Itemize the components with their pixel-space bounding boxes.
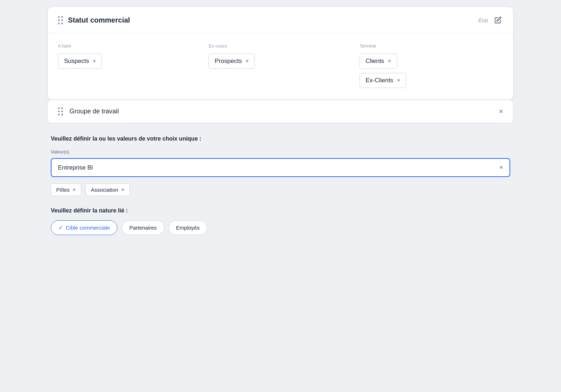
- encours-tag-list: Prospects ×: [209, 54, 352, 69]
- groupe-left: Groupe de travail: [58, 107, 119, 116]
- tag-suspects: Suspects ×: [58, 54, 102, 69]
- tag-association-close[interactable]: ×: [121, 187, 125, 193]
- tag-poles: Pôles ×: [51, 183, 81, 196]
- tag-clients-close[interactable]: ×: [388, 58, 391, 64]
- termine-tag-list: Clients × Ex-Clients ×: [360, 54, 503, 88]
- etat-label: État: [478, 17, 488, 23]
- statut-header-left: Statut commercial: [58, 16, 130, 24]
- valeurs-label: Valeur(s): [51, 149, 510, 155]
- bottom-section: Veuillez définir la ou les valeurs de vo…: [48, 123, 513, 235]
- tag-clients-text: Clients: [366, 58, 384, 65]
- edit-icon: [494, 16, 502, 24]
- tag-suspects-text: Suspects: [64, 58, 89, 65]
- termine-label: Terminé: [360, 43, 503, 49]
- nature-btn-cible-text: Cible commerciale: [66, 225, 110, 231]
- encours-label: En cours: [209, 43, 352, 49]
- groupe-drag-handle[interactable]: [58, 107, 63, 116]
- groupe-inner: Groupe de travail ×: [48, 100, 513, 123]
- tag-suspects-close[interactable]: ×: [93, 58, 96, 64]
- check-icon: ✓: [58, 224, 63, 231]
- status-columns: A faire Suspects × En cours Prospects ×: [48, 33, 513, 99]
- tag-exclients-close[interactable]: ×: [397, 78, 400, 83]
- tag-prospects: Prospects ×: [209, 54, 255, 69]
- tag-poles-text: Pôles: [56, 187, 70, 193]
- tag-prospects-text: Prospects: [215, 58, 242, 65]
- nature-btn-partenaires[interactable]: Partenaires: [122, 220, 164, 235]
- groupe-de-travail-row: Groupe de travail ×: [48, 100, 513, 123]
- status-column-encours: En cours Prospects ×: [209, 43, 352, 88]
- tag-exclients-text: Ex-Clients: [366, 77, 393, 84]
- status-column-termine: Terminé Clients × Ex-Clients ×: [360, 43, 503, 88]
- tag-clients: Clients ×: [360, 54, 397, 69]
- valeurs-tag-row: Pôles × Association ×: [51, 183, 510, 196]
- edit-button[interactable]: [493, 15, 503, 25]
- tag-exclients: Ex-Clients ×: [360, 73, 406, 88]
- valeurs-input[interactable]: [58, 164, 499, 171]
- tag-prospects-close[interactable]: ×: [245, 58, 249, 64]
- afaire-label: A faire: [58, 43, 201, 49]
- statut-header-right: État: [478, 15, 503, 25]
- nature-btn-employes[interactable]: Employés: [169, 220, 207, 235]
- afaire-tag-list: Suspects ×: [58, 54, 201, 69]
- tag-poles-close[interactable]: ×: [73, 187, 76, 193]
- groupe-close-button[interactable]: ×: [499, 107, 503, 116]
- input-clear-icon[interactable]: ×: [499, 164, 503, 171]
- nature-btn-partenaires-text: Partenaires: [129, 225, 157, 231]
- tag-association: Association ×: [86, 183, 130, 196]
- nature-btn-employes-text: Employés: [176, 225, 200, 231]
- valeurs-heading: Veuillez définir la ou les valeurs de vo…: [51, 136, 510, 142]
- nature-btn-cible[interactable]: ✓ Cible commerciale: [51, 220, 117, 235]
- statut-header: Statut commercial État: [48, 7, 513, 33]
- valeurs-input-wrapper[interactable]: ×: [51, 158, 510, 177]
- status-column-afaire: A faire Suspects ×: [58, 43, 201, 88]
- statut-commercial-card: Statut commercial État A faire Suspects: [48, 7, 513, 99]
- tag-association-text: Association: [91, 187, 118, 193]
- groupe-title: Groupe de travail: [69, 108, 119, 115]
- nature-label: Veuillez définir la nature lié :: [51, 207, 510, 214]
- drag-handle[interactable]: [58, 16, 63, 24]
- statut-title: Statut commercial: [68, 16, 130, 24]
- nature-buttons: ✓ Cible commerciale Partenaires Employés: [51, 220, 510, 235]
